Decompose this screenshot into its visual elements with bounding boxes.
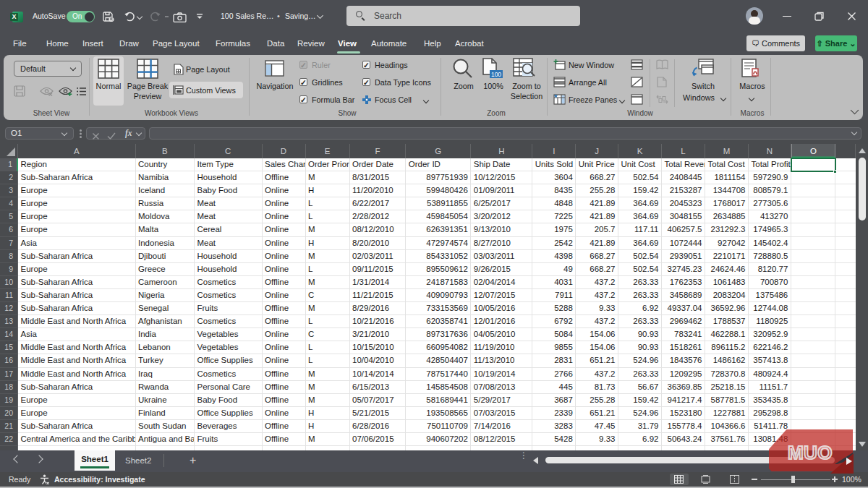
svg-text:100: 100 <box>491 71 501 78</box>
